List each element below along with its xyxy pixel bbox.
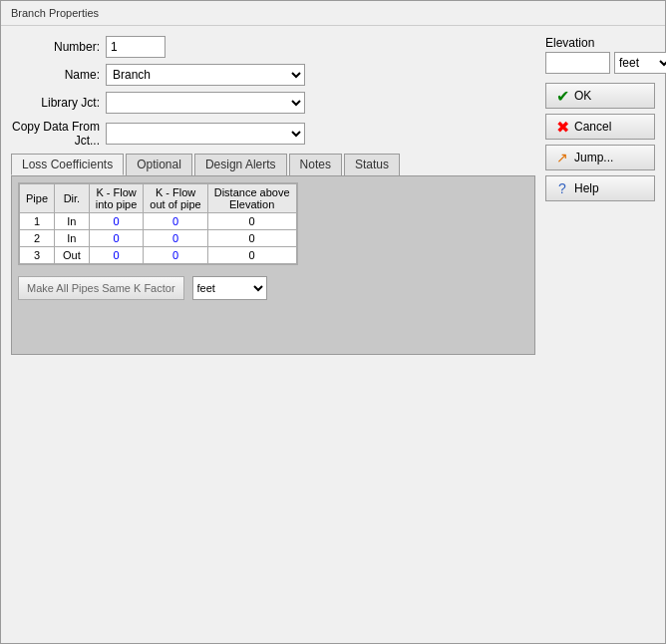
tab-notes[interactable]: Notes <box>289 154 342 175</box>
copy-data-select[interactable] <box>106 123 305 145</box>
pipe-cell[interactable]: 3 <box>20 247 55 264</box>
elevation-input[interactable] <box>545 52 610 74</box>
tabs-bar: Loss Coefficients Optional Design Alerts… <box>11 154 535 175</box>
cancel-icon: ✖ <box>554 119 570 135</box>
col-header-dist: Distance aboveElevation <box>207 184 296 213</box>
tab-loss-coefficients[interactable]: Loss Coefficients <box>11 154 124 175</box>
loss-coefficients-table: Pipe Dir. K - Flowinto pipe K - Flowout … <box>19 183 297 264</box>
number-input[interactable] <box>106 36 166 58</box>
library-jct-label: Library Jct: <box>11 96 106 110</box>
dialog-title: Branch Properties <box>11 7 99 19</box>
col-header-flow-in: K - Flowinto pipe <box>89 184 144 213</box>
flow-out-cell[interactable]: 0 <box>144 213 207 230</box>
col-header-dir: Dir. <box>55 184 90 213</box>
right-panel: Elevation feet meters ✔ OK ✖ Cancel <box>545 36 655 355</box>
col-header-flow-out: K - Flowout of pipe <box>144 184 207 213</box>
elevation-unit-select[interactable]: feet meters <box>614 52 666 74</box>
table-row: 2In000 <box>20 230 297 247</box>
table-row: 3Out000 <box>20 247 297 264</box>
help-button[interactable]: ? Help <box>545 175 655 201</box>
help-icon: ? <box>554 180 570 196</box>
ok-button[interactable]: ✔ OK <box>545 83 655 109</box>
tab-status[interactable]: Status <box>344 154 400 175</box>
left-panel: Number: Name: Branch Library Jct: Copy D… <box>11 36 535 355</box>
branch-properties-dialog: Branch Properties Number: Name: Branch L… <box>0 0 666 644</box>
elevation-block: Elevation feet meters <box>545 36 655 74</box>
name-row: Name: Branch <box>11 64 535 86</box>
pipe-cell[interactable]: 2 <box>20 230 55 247</box>
elevation-row: feet meters <box>545 52 655 74</box>
pipe-cell[interactable]: 1 <box>20 213 55 230</box>
tab-content-area: Pipe Dir. K - Flowinto pipe K - Flowout … <box>11 175 535 355</box>
tabs-container: Loss Coefficients Optional Design Alerts… <box>11 154 535 355</box>
copy-data-row: Copy Data From Jct... <box>11 120 535 148</box>
jump-label: Jump... <box>574 151 613 164</box>
flow-in-cell[interactable]: 0 <box>89 213 144 230</box>
name-label: Name: <box>11 68 106 82</box>
ok-label: OK <box>574 89 591 103</box>
library-jct-select[interactable] <box>106 92 305 114</box>
dir-cell[interactable]: In <box>55 230 90 247</box>
make-all-pipes-button[interactable]: Make All Pipes Same K Factor <box>18 276 184 300</box>
col-header-pipe: Pipe <box>20 184 55 213</box>
cancel-button[interactable]: ✖ Cancel <box>545 114 655 140</box>
jump-icon: ↗ <box>554 150 570 165</box>
copy-data-label: Copy Data From Jct... <box>11 120 106 148</box>
tab-optional[interactable]: Optional <box>126 154 192 175</box>
elevation-label: Elevation <box>545 36 655 50</box>
table-row: 1In000 <box>20 213 297 230</box>
dist-cell[interactable]: 0 <box>207 213 296 230</box>
title-bar: Branch Properties <box>1 1 665 26</box>
number-row: Number: <box>11 36 535 58</box>
help-label: Help <box>574 181 599 195</box>
dist-cell[interactable]: 0 <box>207 230 296 247</box>
tab-design-alerts[interactable]: Design Alerts <box>194 154 287 175</box>
flow-out-cell[interactable]: 0 <box>144 247 207 264</box>
dist-cell[interactable]: 0 <box>207 247 296 264</box>
loss-table-wrapper: Pipe Dir. K - Flowinto pipe K - Flowout … <box>18 182 298 265</box>
flow-in-cell[interactable]: 0 <box>89 230 144 247</box>
number-label: Number: <box>11 40 106 54</box>
library-jct-row: Library Jct: <box>11 92 535 114</box>
dir-cell[interactable]: Out <box>55 247 90 264</box>
dir-cell[interactable]: In <box>55 213 90 230</box>
content-area: Number: Name: Branch Library Jct: Copy D… <box>1 26 665 365</box>
name-select[interactable]: Branch <box>106 64 305 86</box>
cancel-label: Cancel <box>574 120 611 134</box>
ok-icon: ✔ <box>554 88 570 104</box>
flow-out-cell[interactable]: 0 <box>144 230 207 247</box>
bottom-bar: Make All Pipes Same K Factor feet meters <box>18 276 528 300</box>
jump-button[interactable]: ↗ Jump... <box>545 145 655 170</box>
unit-select[interactable]: feet meters <box>192 276 267 300</box>
flow-in-cell[interactable]: 0 <box>89 247 144 264</box>
